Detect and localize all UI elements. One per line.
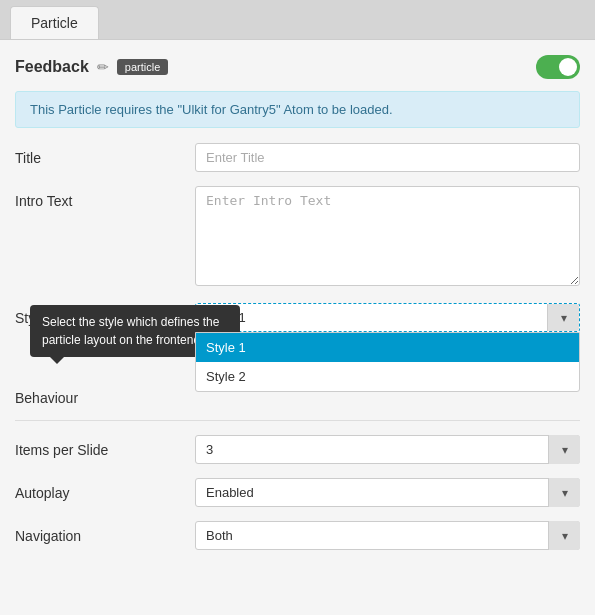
main-content: Feedback ✏ particle This Particle requir… bbox=[0, 39, 595, 615]
edit-icon[interactable]: ✏ bbox=[97, 59, 109, 75]
items-per-slide-label: Items per Slide bbox=[15, 435, 195, 458]
autoplay-row: Autoplay Enabled Disabled ▾ bbox=[15, 478, 580, 507]
divider-1 bbox=[15, 420, 580, 421]
autoplay-label: Autoplay bbox=[15, 478, 195, 501]
style-dropdown-arrow: ▾ bbox=[547, 304, 579, 331]
tab-particle[interactable]: Particle bbox=[10, 6, 99, 39]
feedback-title: Feedback bbox=[15, 58, 89, 76]
style-select-display[interactable]: Style 1 ▾ bbox=[195, 303, 580, 332]
autoplay-wrap: Enabled Disabled ▾ bbox=[195, 478, 580, 507]
toggle-slider bbox=[536, 55, 580, 79]
tab-bar: Particle bbox=[0, 0, 595, 39]
style-dropdown-container: Style 1 ▾ Style 1 Style 2 bbox=[195, 303, 580, 332]
items-per-slide-wrap: 1 2 3 4 5 ▾ bbox=[195, 435, 580, 464]
intro-text-label: Intro Text bbox=[15, 186, 195, 209]
feedback-header: Feedback ✏ particle bbox=[15, 55, 580, 79]
title-label: Title bbox=[15, 143, 195, 166]
navigation-wrap: Both Arrows Dots None ▾ bbox=[195, 521, 580, 550]
items-per-slide-select[interactable]: 1 2 3 4 5 bbox=[195, 435, 580, 464]
title-input-wrap bbox=[195, 143, 580, 172]
navigation-select[interactable]: Both Arrows Dots None bbox=[195, 521, 580, 550]
toggle-switch[interactable] bbox=[536, 55, 580, 79]
behaviour-label: Behaviour bbox=[15, 390, 195, 406]
intro-text-row: Intro Text bbox=[15, 186, 580, 289]
navigation-select-wrapper: Both Arrows Dots None ▾ bbox=[195, 521, 580, 550]
style-select-value: Style 1 bbox=[196, 304, 579, 331]
items-per-slide-select-wrapper: 1 2 3 4 5 ▾ bbox=[195, 435, 580, 464]
style-dropdown-list: Style 1 Style 2 bbox=[195, 332, 580, 392]
autoplay-select-wrapper: Enabled Disabled ▾ bbox=[195, 478, 580, 507]
title-row: Title bbox=[15, 143, 580, 172]
intro-text-input[interactable] bbox=[195, 186, 580, 286]
behaviour-row: Behaviour bbox=[15, 390, 580, 406]
style-option-2[interactable]: Style 2 bbox=[196, 362, 579, 391]
style-option-1[interactable]: Style 1 bbox=[196, 333, 579, 362]
info-box: This Particle requires the "Ulkit for Ga… bbox=[15, 91, 580, 128]
autoplay-select[interactable]: Enabled Disabled bbox=[195, 478, 580, 507]
navigation-row: Navigation Both Arrows Dots None ▾ bbox=[15, 521, 580, 550]
items-per-slide-row: Items per Slide 1 2 3 4 5 ▾ bbox=[15, 435, 580, 464]
title-input[interactable] bbox=[195, 143, 580, 172]
navigation-label: Navigation bbox=[15, 521, 195, 544]
intro-text-wrap bbox=[195, 186, 580, 289]
particle-badge: particle bbox=[117, 59, 168, 75]
